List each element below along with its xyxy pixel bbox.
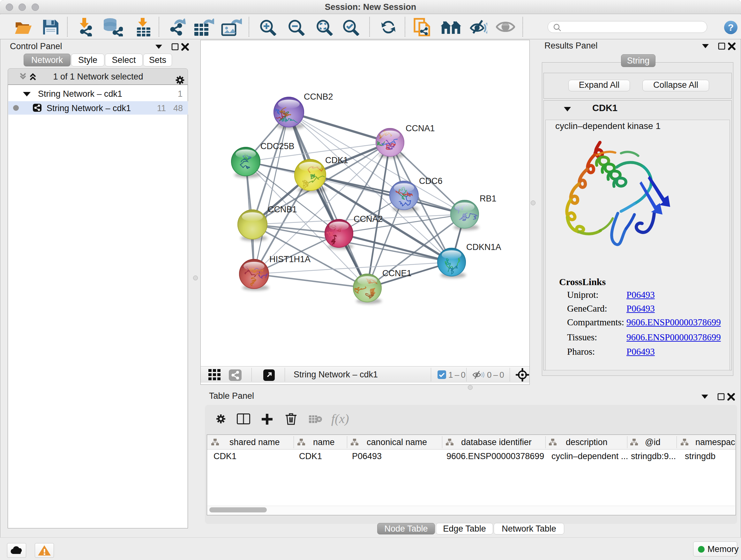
svg-text:CCNA2: CCNA2 — [354, 214, 383, 224]
svg-text:CCNB2: CCNB2 — [304, 92, 333, 102]
svg-text:?: ? — [728, 22, 734, 33]
svg-text:CDC6: CDC6 — [419, 176, 443, 186]
svg-text:CDC25B: CDC25B — [260, 141, 294, 151]
svg-text:CCNA1: CCNA1 — [406, 124, 435, 133]
svg-text:CCNB1: CCNB1 — [268, 205, 297, 214]
svg-text:RB1: RB1 — [480, 194, 496, 203]
svg-text:HIST1H1A: HIST1H1A — [269, 254, 311, 264]
svg-text:CDKN1A: CDKN1A — [466, 242, 501, 252]
svg-text:CCNE1: CCNE1 — [382, 268, 412, 278]
svg-text:CDK1: CDK1 — [325, 155, 348, 165]
